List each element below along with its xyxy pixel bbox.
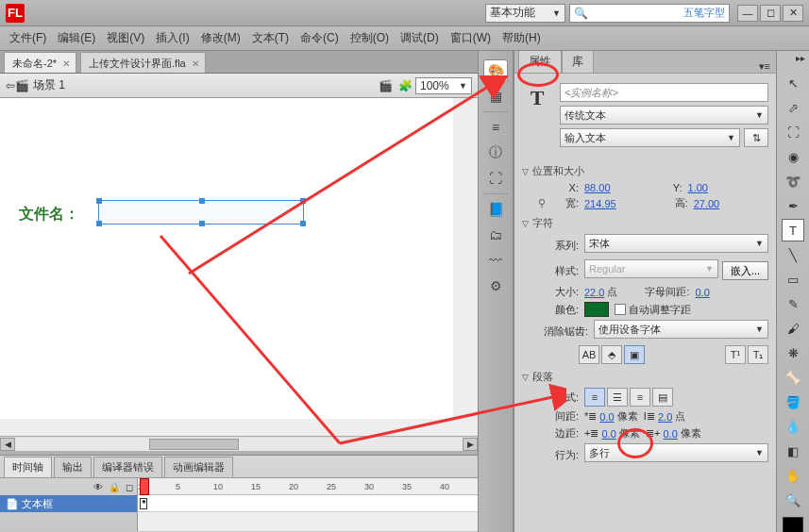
antialias-dropdown[interactable]: 使用设备字体▼: [594, 320, 768, 339]
3d-rotate-tool[interactable]: ◉: [782, 145, 804, 168]
autokern-checkbox[interactable]: [615, 304, 626, 315]
selected-textfield[interactable]: [98, 200, 304, 224]
layer-row[interactable]: 📄 文本框: [0, 495, 137, 512]
tab-compiler-errors[interactable]: 编译器错误: [93, 457, 162, 477]
w-value[interactable]: 214.95: [584, 198, 616, 209]
menu-file[interactable]: 文件(F): [4, 28, 52, 48]
tab-output[interactable]: 输出: [54, 457, 92, 477]
align-center[interactable]: ☰: [607, 388, 628, 407]
x-value[interactable]: 88.00: [584, 182, 611, 193]
keyframe[interactable]: [140, 498, 147, 509]
doc-tab-1[interactable]: 未命名-2*✕: [4, 52, 76, 73]
hand-tool[interactable]: ✋: [782, 464, 804, 487]
panel-menu-icon[interactable]: ▾≡: [759, 60, 770, 73]
tab-properties[interactable]: 属性: [518, 51, 562, 73]
font-style-dropdown[interactable]: Regular▼: [584, 259, 718, 278]
workspace-dropdown[interactable]: 基本功能▼: [485, 4, 565, 23]
collapse-icon[interactable]: ▸▸: [796, 53, 805, 63]
align-justify[interactable]: ▤: [652, 388, 673, 407]
timeline-ruler[interactable]: 1510 152025 303540: [138, 478, 478, 531]
instance-name-input[interactable]: <实例名称>: [560, 83, 768, 102]
text-color-swatch[interactable]: [584, 302, 609, 317]
pen-tool[interactable]: ✒: [782, 194, 804, 217]
eraser-tool[interactable]: ◧: [782, 440, 804, 462]
section-paragraph[interactable]: ▽段落: [522, 370, 768, 384]
maximize-button[interactable]: ◻: [760, 5, 781, 22]
menu-text[interactable]: 文本(T): [246, 28, 295, 48]
edit-scene-icon[interactable]: 🎬: [379, 79, 393, 92]
behavior-dropdown[interactable]: 多行▼: [584, 443, 768, 462]
search-input[interactable]: 🔍 五笔字型: [569, 4, 730, 23]
stage-view[interactable]: 文件名：: [0, 98, 478, 436]
zoom-field[interactable]: 100%▼: [415, 77, 472, 94]
indent-value[interactable]: 0.0: [599, 411, 614, 423]
menu-modify[interactable]: 修改(M): [195, 28, 246, 48]
swatches-panel-icon[interactable]: ▦: [483, 85, 508, 108]
stage[interactable]: 文件名：: [0, 98, 453, 419]
frames-row[interactable]: [138, 495, 478, 512]
back-icon[interactable]: ⇦: [6, 79, 15, 92]
align-right[interactable]: ≡: [630, 388, 650, 407]
y-value[interactable]: 1.00: [688, 182, 708, 193]
superscript-toggle[interactable]: T¹: [725, 345, 746, 364]
embed-button[interactable]: 嵌入...: [722, 261, 768, 280]
tab-motion-editor[interactable]: 动画编辑器: [164, 457, 233, 477]
code-panel-icon[interactable]: 📘: [483, 198, 508, 221]
section-position[interactable]: ▽位置和大小: [522, 164, 768, 178]
motion-panel-icon[interactable]: 〰: [483, 249, 508, 272]
project-panel-icon[interactable]: ⚙: [483, 274, 508, 297]
selectable-toggle[interactable]: AB: [579, 345, 599, 364]
leading-value[interactable]: 2.0: [658, 411, 672, 423]
menu-window[interactable]: 窗口(W): [445, 28, 497, 48]
free-transform-tool[interactable]: ⛶: [782, 121, 804, 143]
html-toggle[interactable]: ⬘: [601, 345, 622, 364]
stroke-color-swatch[interactable]: [783, 517, 803, 532]
text-type-dropdown[interactable]: 输入文本▼: [560, 128, 740, 147]
eyedropper-tool[interactable]: 💧: [782, 415, 804, 438]
subscript-toggle[interactable]: T₁: [748, 345, 768, 364]
deco-tool[interactable]: ❋: [782, 341, 804, 364]
align-left[interactable]: ≡: [584, 388, 605, 407]
minimize-button[interactable]: —: [737, 5, 758, 22]
paint-bucket-tool[interactable]: 🪣: [782, 391, 804, 413]
outline-icon[interactable]: ◻: [126, 482, 133, 492]
h-scrollbar[interactable]: ◀▶: [0, 436, 478, 451]
align-panel-icon[interactable]: ≡: [483, 116, 508, 139]
h-value[interactable]: 27.00: [694, 198, 720, 209]
brush-tool[interactable]: 🖌: [782, 317, 804, 340]
menu-view[interactable]: 视图(V): [101, 28, 150, 48]
lock-icon[interactable]: 🔒: [109, 482, 120, 492]
letter-spacing-value[interactable]: 0.0: [695, 287, 709, 298]
close-tab-icon[interactable]: ✕: [62, 58, 70, 69]
lasso-tool[interactable]: ➰: [782, 170, 804, 192]
zoom-tool[interactable]: 🔍: [782, 489, 804, 511]
font-family-dropdown[interactable]: 宋体▼: [584, 234, 768, 253]
font-size-value[interactable]: 22.0: [584, 287, 604, 298]
link-wh-icon[interactable]: ⚲: [535, 197, 548, 209]
tab-library[interactable]: 库: [562, 51, 594, 73]
rectangle-tool[interactable]: ▭: [782, 268, 804, 291]
text-tool[interactable]: T: [782, 219, 804, 241]
border-toggle[interactable]: ▣: [624, 345, 645, 364]
menu-ctrl[interactable]: 控制(O): [345, 28, 395, 48]
menu-debug[interactable]: 调试(D): [395, 28, 445, 48]
selection-tool[interactable]: ↖: [782, 72, 804, 94]
bone-tool[interactable]: 🦴: [782, 366, 804, 389]
transform-panel-icon[interactable]: ⛶: [483, 167, 508, 190]
close-tab-icon[interactable]: ✕: [192, 58, 199, 69]
subselection-tool[interactable]: ⬀: [782, 96, 804, 119]
menu-help[interactable]: 帮助(H): [497, 28, 547, 48]
text-orient-button[interactable]: ⇅: [744, 128, 768, 147]
menu-edit[interactable]: 编辑(E): [52, 28, 101, 48]
color-panel-icon[interactable]: 🎨: [483, 59, 508, 82]
line-tool[interactable]: ╲: [782, 243, 804, 266]
info-panel-icon[interactable]: ⓘ: [483, 141, 508, 164]
text-engine-dropdown[interactable]: 传统文本▼: [560, 106, 768, 125]
pencil-tool[interactable]: ✎: [782, 292, 804, 315]
menu-insert[interactable]: 插入(I): [150, 28, 194, 48]
close-button[interactable]: ✕: [783, 5, 803, 22]
doc-tab-2[interactable]: 上传文件设计界面.fla✕: [80, 52, 206, 73]
section-character[interactable]: ▽字符: [522, 216, 768, 230]
components-panel-icon[interactable]: 🗂: [483, 224, 508, 246]
playhead[interactable]: [140, 478, 149, 495]
